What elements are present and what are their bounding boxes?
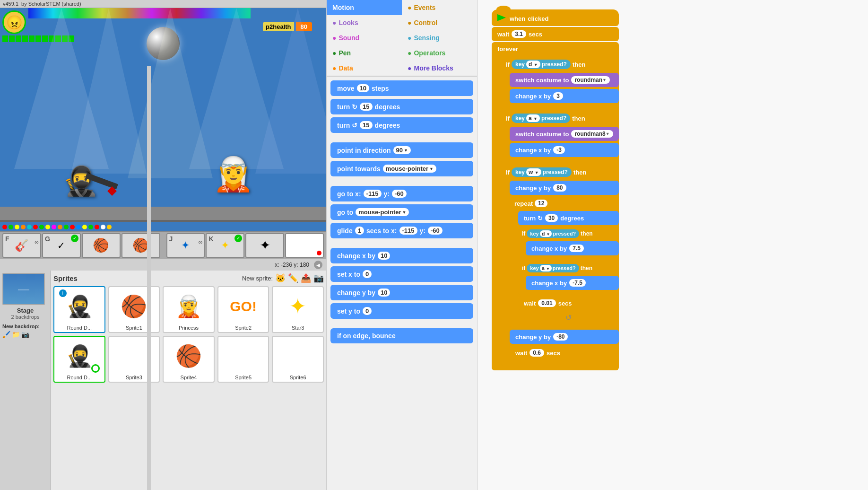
- sprite-thumb-sun[interactable]: ✦: [245, 233, 284, 258]
- block-glide-secs[interactable]: 1: [355, 227, 364, 235]
- repeat-footer: [510, 324, 619, 328]
- upload-icon[interactable]: 📤: [301, 273, 311, 283]
- sprite-card-princess[interactable]: 🧝 Princess: [163, 286, 215, 333]
- brush-icon[interactable]: ✏️: [288, 273, 298, 283]
- cat-sensing[interactable]: ● Sensing: [402, 30, 477, 45]
- block-glide-x[interactable]: -115: [399, 227, 417, 235]
- cat-events[interactable]: ● Events: [402, 0, 477, 15]
- block-change-x-val[interactable]: 10: [378, 252, 390, 260]
- costume-val-2[interactable]: roundman8: [571, 130, 613, 138]
- block-goto-x-val[interactable]: -115: [364, 190, 382, 198]
- sprite-thumb-f[interactable]: F 🎸 ∞: [2, 233, 41, 258]
- change-x-val-na[interactable]: -7.5: [569, 279, 586, 287]
- repeat-val[interactable]: 12: [535, 200, 547, 207]
- cat-motion-label: Motion: [332, 4, 354, 11]
- block-point-dir[interactable]: point in direction 90: [330, 142, 473, 158]
- change-x-label-nd: change x by: [531, 245, 567, 252]
- stage-thumbnail[interactable]: ▬▬▬: [2, 273, 45, 305]
- block-move-val[interactable]: 10: [357, 84, 369, 92]
- wait-001-val[interactable]: 0.01: [538, 299, 556, 307]
- check-icon: ✓: [71, 235, 78, 242]
- block-set-x-val[interactable]: 0: [363, 270, 372, 278]
- block-glide-y[interactable]: -60: [428, 227, 443, 235]
- sprite-thumb-j[interactable]: J ✦ ∞: [166, 233, 205, 258]
- sprite-thumb-bball1[interactable]: 🏀: [82, 233, 121, 258]
- dot-magenta: [52, 225, 56, 229]
- block-turn-ccw-val[interactable]: 15: [360, 121, 372, 129]
- change-x-val-2[interactable]: -3: [553, 146, 565, 154]
- sprite-card-sprite2[interactable]: GO! Sprite2: [217, 286, 269, 333]
- cam-icon[interactable]: 📷: [313, 273, 324, 283]
- block-set-y[interactable]: set y to 0: [330, 303, 473, 319]
- block-switch-costume-1[interactable]: switch costume to roundman: [510, 73, 619, 87]
- block-move[interactable]: move 10 steps: [330, 80, 473, 96]
- sprite-card-sprite6[interactable]: Sprite6: [272, 336, 324, 383]
- block-glide[interactable]: glide 1 secs to x: -115 y: -60: [330, 223, 473, 238]
- change-y-neg-val[interactable]: -80: [553, 333, 568, 341]
- change-x-val-nd[interactable]: 7.5: [569, 245, 584, 252]
- wait-val[interactable]: 3.1: [512, 30, 526, 38]
- sprite-thumb-empty[interactable]: [285, 233, 324, 258]
- block-change-x-na[interactable]: change x by -7.5: [526, 276, 619, 290]
- sprite-card-sprite5[interactable]: Sprite5: [217, 336, 269, 383]
- change-y-label-w: change y by: [515, 184, 551, 192]
- sprite-card-sprite3[interactable]: Sprite3: [108, 336, 160, 383]
- block-wait-001[interactable]: wait 0.01 secs: [518, 296, 619, 310]
- block-point-towards-val[interactable]: mouse-pointer: [383, 165, 436, 173]
- block-turn-repeat[interactable]: turn ↻ 30 degrees: [518, 211, 619, 225]
- block-change-y-val[interactable]: 10: [378, 289, 390, 297]
- sprite-card-sprite1[interactable]: 🏀 Sprite1: [108, 286, 160, 333]
- sprite-card-star3[interactable]: ✦ Star3: [272, 286, 324, 333]
- sprite-thumb-k[interactable]: K ✦ ✓: [206, 233, 244, 258]
- sprite-card-round-d2[interactable]: 🥷 Round D...: [53, 336, 105, 383]
- cat-pen[interactable]: ● Pen: [327, 45, 402, 61]
- folder-icon[interactable]: 📁: [12, 331, 20, 338]
- panel-divider[interactable]: [147, 66, 151, 490]
- block-goto-xy[interactable]: go to x: -115 y: -60: [330, 186, 473, 201]
- block-change-x-2[interactable]: change x by -3: [510, 143, 619, 157]
- sprite-thumb-bball2[interactable]: 🏀: [122, 233, 160, 258]
- cat-more[interactable]: ● More Blocks: [402, 61, 477, 76]
- block-turn-cw-val[interactable]: 15: [360, 103, 372, 111]
- cat-looks[interactable]: ● Looks: [327, 15, 402, 30]
- block-change-y[interactable]: change y by 10: [330, 285, 473, 300]
- block-set-y-val[interactable]: 0: [363, 307, 372, 315]
- block-wait[interactable]: wait 3.1 secs: [492, 27, 619, 41]
- cat-data-label: Data: [339, 64, 353, 72]
- paint-icon[interactable]: 🖌️: [2, 331, 10, 338]
- block-turn-cw[interactable]: turn ↻ 15 degrees: [330, 99, 473, 114]
- sprite-card-sprite4[interactable]: 🏀 Sprite4: [163, 336, 215, 383]
- change-x-val-1[interactable]: 3: [553, 92, 563, 100]
- costume-val-1[interactable]: roundman: [571, 76, 610, 84]
- cat-control[interactable]: ● Control: [402, 15, 477, 30]
- cat-operators[interactable]: ● Operators: [402, 45, 477, 61]
- cat-motion[interactable]: Motion: [327, 0, 402, 15]
- turn-val-r[interactable]: 30: [545, 214, 558, 222]
- block-change-x-1[interactable]: change x by 3: [510, 89, 619, 103]
- camera-icon[interactable]: 📷: [21, 331, 29, 338]
- block-goto-y-val[interactable]: -60: [392, 190, 407, 198]
- block-change-x-nd[interactable]: change x by 7.5: [526, 241, 619, 255]
- change-y-val-w[interactable]: 80: [553, 184, 566, 192]
- block-switch-costume-2[interactable]: switch costume to roundman8: [510, 127, 619, 141]
- cat-sound[interactable]: ● Sound: [327, 30, 402, 45]
- block-point-dir-val[interactable]: 90: [393, 146, 411, 154]
- cat-data[interactable]: ● Data: [327, 61, 402, 76]
- block-when-clicked[interactable]: when clicked: [492, 9, 619, 26]
- sprite-card-round-d[interactable]: i 🥷 Round D...: [53, 286, 105, 333]
- block-set-x[interactable]: set x to 0: [330, 266, 473, 282]
- block-goto[interactable]: go to mouse-pointer: [330, 204, 473, 220]
- cat-icon[interactable]: 🐱: [275, 273, 286, 283]
- dot-green4: [88, 225, 93, 229]
- wait-06-val[interactable]: 0.6: [529, 349, 544, 357]
- block-turn-ccw[interactable]: turn ↺ 15 degrees: [330, 117, 473, 133]
- block-change-x[interactable]: change x by 10: [330, 248, 473, 263]
- block-change-y-w[interactable]: change y by 80: [510, 181, 619, 195]
- block-goto-val[interactable]: mouse-pointer: [356, 208, 409, 216]
- block-bounce[interactable]: if on edge, bounce: [330, 328, 473, 343]
- block-point-towards[interactable]: point towards mouse-pointer: [330, 161, 473, 176]
- collapse-button[interactable]: ◀: [314, 261, 322, 269]
- block-wait-06[interactable]: wait 0.6 secs: [510, 346, 619, 360]
- sprite-thumb-g[interactable]: G ✓ ✓: [42, 233, 81, 258]
- block-change-y-neg[interactable]: change y by -80: [510, 330, 619, 344]
